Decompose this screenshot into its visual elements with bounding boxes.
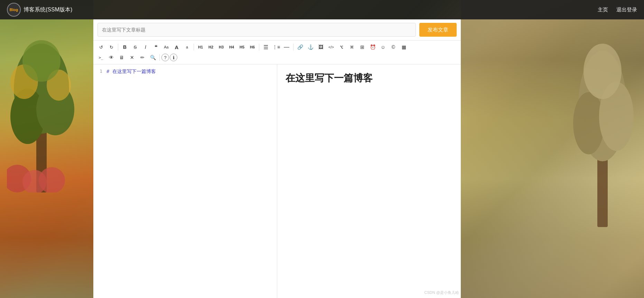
toolbar: ↺ ↻ B S I ❝ Aa A a H1 H2 H3 H4 H5 H6 ☰ ⋮… [93,40,461,64]
preview-h1: 在这里写下一篇博客 [286,71,453,85]
copyright-button[interactable]: © [389,43,398,52]
compare-button[interactable]: ✕ [127,53,137,62]
info-button[interactable]: ℹ [170,54,177,61]
hash-symbol: # [106,69,112,74]
bold-button[interactable]: B [120,43,130,52]
help-button[interactable]: ? [161,54,169,61]
navbar-nav: 主页 退出登录 [598,7,637,13]
toolbar-row-1: ↺ ↻ B S I ❝ Aa A a H1 H2 H3 H4 H5 H6 ☰ ⋮… [96,42,458,52]
watermark: CSDN @是小鱼儿哈 [424,290,459,295]
editor-body: 1 # 在这里写下一篇博客 在这里写下一篇博客 [93,64,461,298]
nav-logout[interactable]: 退出登录 [616,7,637,13]
code-inline-button[interactable]: </> [326,43,336,52]
eye-button[interactable]: 👁 [106,53,116,62]
h6-button[interactable]: H6 [248,43,257,52]
italic-button[interactable]: I [141,43,150,52]
sep-5 [159,54,160,61]
svg-point-6 [22,40,60,82]
terminal-button[interactable]: >_ [96,53,106,62]
image-button[interactable]: 🖼 [316,43,326,52]
sep-2 [194,44,194,51]
tree-right-decoration [571,19,634,227]
anchor-button[interactable]: ⚓ [306,43,315,52]
font-small-button[interactable]: a [182,43,192,52]
emoji-button[interactable]: ☺ [378,43,388,52]
h4-button[interactable]: H4 [227,43,236,52]
font-big-button[interactable]: A [172,43,181,52]
title-bar: 发布文章 [93,19,461,40]
layout-button[interactable]: ▦ [399,43,409,52]
code-block1-button[interactable]: ⌥ [337,43,346,52]
editor-line-1: 1 # 在这里写下一篇博客 [93,67,277,75]
sep-1 [118,44,118,51]
logo-icon: Blog [7,3,21,17]
publish-button[interactable]: 发布文章 [419,23,457,37]
title-input[interactable] [97,23,416,37]
undo-button[interactable]: ↺ [96,43,106,52]
svg-point-9 [39,167,65,192]
h1-button[interactable]: H1 [196,43,205,52]
h3-button[interactable]: H3 [216,43,226,52]
redo-button[interactable]: ↻ [106,43,116,52]
clock-button[interactable]: ⏰ [368,43,377,52]
hr-button[interactable]: — [282,43,291,52]
line-content-1: # 在这里写下一篇博客 [106,67,274,75]
navbar-title: 博客系统(SSM版本) [24,6,72,13]
editor-preview: 在这里写下一篇博客 [277,64,461,298]
navbar: Blog 博客系统(SSM版本) 主页 退出登录 [0,0,644,19]
link-button[interactable]: 🔗 [295,43,305,52]
tree-left-decoration [7,19,76,192]
table-button[interactable]: ⊞ [357,43,367,52]
search-button[interactable]: 🔍 [148,53,158,62]
ul-button[interactable]: ☰ [261,43,271,52]
code-block2-button[interactable]: ⌘ [347,43,357,52]
h2-button[interactable]: H2 [206,43,216,52]
uppercase-button[interactable]: Aa [161,43,171,52]
strike-button[interactable]: S [130,43,140,52]
sep-3 [259,44,259,51]
navbar-logo: Blog 博客系统(SSM版本) [7,3,72,17]
sep-4 [293,44,293,51]
toolbar-row-2: >_ 👁 🖥 ✕ ✏ 🔍 ? ℹ [96,52,458,63]
editor-source[interactable]: 1 # 在这里写下一篇博客 [93,64,277,298]
h5-button[interactable]: H5 [237,43,247,52]
nav-home[interactable]: 主页 [598,7,608,13]
brush-button[interactable]: ✏ [138,53,147,62]
svg-point-14 [584,44,622,99]
heading-text: 在这里写下一篇博客 [112,69,156,74]
line-number-1: 1 [96,67,106,75]
quote-button[interactable]: ❝ [151,43,161,52]
ol-button[interactable]: ⋮≡ [271,43,281,52]
monitor-button[interactable]: 🖥 [117,53,127,62]
editor-container: 发布文章 ↺ ↻ B S I ❝ Aa A a H1 H2 H3 H4 H5 H… [93,19,461,298]
